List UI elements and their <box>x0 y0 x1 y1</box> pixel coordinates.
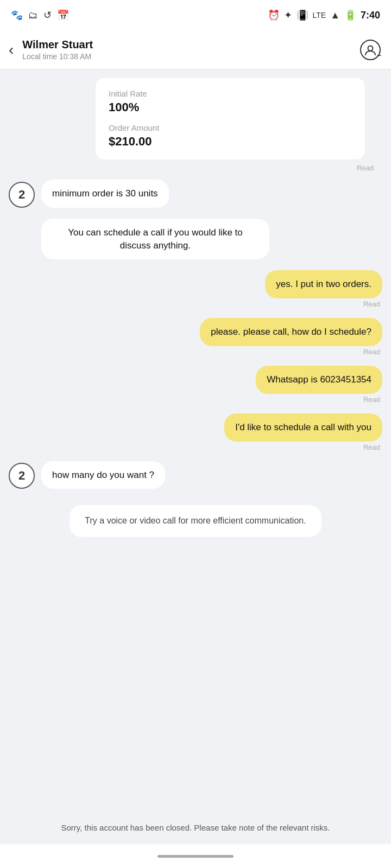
system-msg-row: Try a voice or video call for more effic… <box>17 505 374 537</box>
header-info: Wilmer Stuart Local time 10:38 AM <box>22 39 358 61</box>
badge-1: 2 <box>9 182 35 208</box>
contact-name: Wilmer Stuart <box>22 39 358 51</box>
icon-alarm: ⏰ <box>268 9 280 21</box>
initial-rate-value: 100% <box>109 100 352 114</box>
order-amount-label: Order Amount <box>109 123 352 132</box>
icon-refresh: ↺ <box>43 9 52 21</box>
bottom-bar <box>0 844 391 868</box>
msg-block-1: 2 minimum order is 30 units <box>9 180 382 208</box>
order-card-bubble: Initial Rate 100% Order Amount $210.00 <box>96 78 365 159</box>
avatar-minus-icon: − <box>377 51 381 60</box>
msg-with-badge-1: 2 minimum order is 30 units <box>9 180 169 208</box>
icon-folder: 🗂 <box>28 10 38 21</box>
badge-7: 2 <box>9 463 35 489</box>
lte-label: LTE <box>313 11 326 20</box>
home-indicator <box>157 855 234 858</box>
read-3: Read <box>363 300 382 308</box>
status-icons-left: 🐾 🗂 ↺ 📅 <box>11 9 69 21</box>
status-bar: 🐾 🗂 ↺ 📅 ⏰ ✦ 📳 LTE ▲ 🔋 7:40 <box>0 0 391 30</box>
bubble-7: how many do you want ? <box>41 461 165 489</box>
status-time: 7:40 <box>361 10 380 21</box>
bubble-3: yes. I put in two orders. <box>265 270 382 298</box>
system-bubble: Try a voice or video call for more effic… <box>70 505 321 537</box>
icon-calendar: 📅 <box>57 9 69 21</box>
read-6: Read <box>363 443 382 451</box>
read-5: Read <box>363 395 382 404</box>
read-4: Read <box>363 348 382 356</box>
bubble-6: I'd like to schedule a call with you <box>224 413 382 442</box>
icon-vibrate: 📳 <box>297 9 308 21</box>
msg-block-4: please. please call, how do I schedule? … <box>9 318 382 356</box>
chat-header: ‹ Wilmer Stuart Local time 10:38 AM − <box>0 30 391 69</box>
icon-battery: 🔋 <box>344 9 356 21</box>
bubble-1: minimum order is 30 units <box>41 180 169 208</box>
svg-point-0 <box>368 46 373 50</box>
icon-signal: ▲ <box>330 10 340 21</box>
status-icons-right: ⏰ ✦ 📳 LTE ▲ 🔋 7:40 <box>268 9 381 21</box>
icon-bluetooth: ✦ <box>284 9 292 21</box>
bubble-2: You can schedule a call if you would lik… <box>41 219 269 260</box>
msg-with-badge-7: 2 how many do you want ? <box>9 461 165 489</box>
msg-block-7: 2 how many do you want ? <box>9 461 382 489</box>
chat-area: Initial Rate 100% Order Amount $210.00 R… <box>0 69 391 816</box>
card-read-label: Read <box>9 164 374 172</box>
msg-block-3: yes. I put in two orders. Read <box>9 270 382 308</box>
msg-block-6: I'd like to schedule a call with you Rea… <box>9 413 382 451</box>
closed-banner: Sorry, this account has been closed. Ple… <box>0 816 391 844</box>
bubble-5: Whatsapp is 6023451354 <box>256 366 382 394</box>
contact-avatar-button[interactable]: − <box>358 38 382 62</box>
msg-block-2: You can schedule a call if you would lik… <box>9 219 382 260</box>
icon-paw: 🐾 <box>11 9 23 21</box>
local-time: Local time 10:38 AM <box>22 52 358 61</box>
initial-rate-label: Initial Rate <box>109 89 352 98</box>
order-amount-value: $210.00 <box>109 135 352 149</box>
msg-block-5: Whatsapp is 6023451354 Read <box>9 366 382 404</box>
bubble-4: please. please call, how do I schedule? <box>200 318 382 346</box>
back-button[interactable]: ‹ <box>9 42 14 58</box>
